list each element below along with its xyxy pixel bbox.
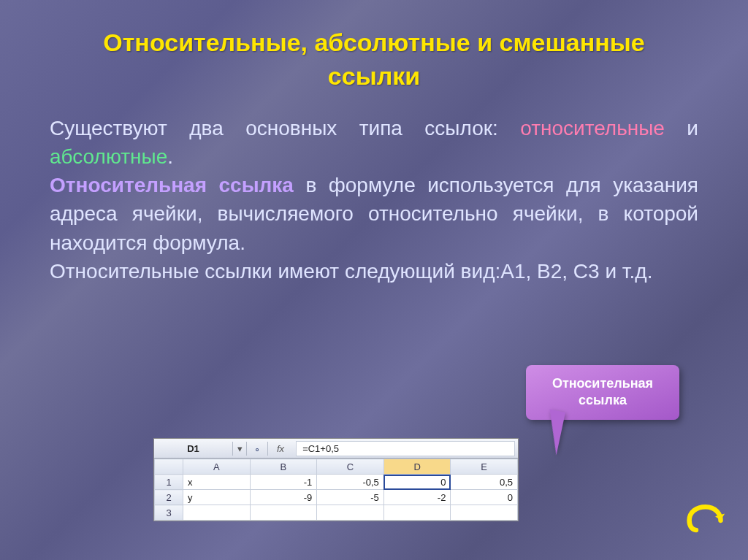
row-header[interactable]: 2	[155, 490, 183, 505]
cell[interactable]	[317, 505, 384, 521]
cell[interactable]: -9	[250, 490, 317, 505]
cell[interactable]: 0,5	[451, 475, 518, 490]
cell[interactable]: -1	[250, 475, 317, 490]
cell[interactable]: 0	[383, 475, 451, 490]
table-row: 1x-1-0,500,5	[155, 475, 518, 490]
p2-head: Относительная ссылка	[50, 174, 294, 196]
fx-label[interactable]: fx	[268, 442, 293, 456]
column-header-row: ABCDE	[155, 459, 518, 475]
cell[interactable]: 0	[451, 490, 518, 505]
callout-line-2: ссылка	[579, 393, 627, 407]
cell[interactable]	[183, 505, 251, 521]
fx-icon[interactable]: ∘	[247, 442, 268, 456]
col-header-A[interactable]: A	[183, 459, 251, 475]
col-header-E[interactable]: E	[451, 459, 518, 475]
cell[interactable]: -5	[317, 490, 384, 505]
table-row: 2y-9-5-20	[155, 490, 518, 505]
corner-cell[interactable]	[155, 459, 183, 475]
cell[interactable]: x	[183, 475, 251, 490]
formula-input[interactable]: =C1+0,5	[296, 441, 515, 456]
title-line-1: Относительные, абсолютные и смешанные	[103, 28, 644, 56]
callout-line-1: Относительная	[552, 376, 653, 391]
cell[interactable]: -0,5	[317, 475, 384, 490]
p1-relative: относительные	[520, 117, 665, 139]
name-box[interactable]: D1	[154, 442, 233, 456]
col-header-C[interactable]: C	[317, 459, 384, 475]
col-header-D[interactable]: D	[383, 459, 451, 475]
col-header-B[interactable]: B	[250, 459, 317, 475]
spreadsheet-grid[interactable]: ABCDE 1x-1-0,500,52y-9-5-203	[154, 459, 518, 521]
cell[interactable]	[383, 505, 451, 521]
callout: Относительная ссылка	[526, 365, 679, 420]
row-header[interactable]: 3	[155, 505, 183, 521]
title-line-2: ссылки	[328, 62, 420, 90]
slide: Относительные, абсолютные и смешанные сс…	[0, 0, 748, 560]
cell[interactable]: -2	[383, 490, 451, 505]
slide-title: Относительные, абсолютные и смешанные сс…	[50, 26, 698, 93]
p3: Относительные ссылки имеют следующий вид…	[50, 257, 698, 285]
row-header[interactable]: 1	[155, 475, 183, 490]
excel-screenshot: D1 ▾ ∘ fx =C1+0,5 ABCDE 1x-1-0,500,52y-9…	[153, 438, 519, 521]
p1-mid: и	[665, 117, 698, 139]
p1-end: .	[167, 145, 173, 168]
p1-a: Существуют два основных типа ссылок:	[50, 117, 520, 139]
u-turn-arrow-icon	[685, 499, 726, 540]
formula-bar: D1 ▾ ∘ fx =C1+0,5	[154, 439, 518, 459]
cell[interactable]	[250, 505, 317, 521]
name-box-dropdown-icon[interactable]: ▾	[233, 442, 247, 456]
next-slide-button[interactable]	[685, 499, 726, 540]
p1-absolute: абсолютные	[50, 145, 167, 168]
cell[interactable]	[451, 505, 518, 521]
cell[interactable]: y	[183, 490, 251, 505]
table-row: 3	[155, 505, 518, 521]
body-text: Существуют два основных типа ссылок: отн…	[50, 114, 698, 285]
